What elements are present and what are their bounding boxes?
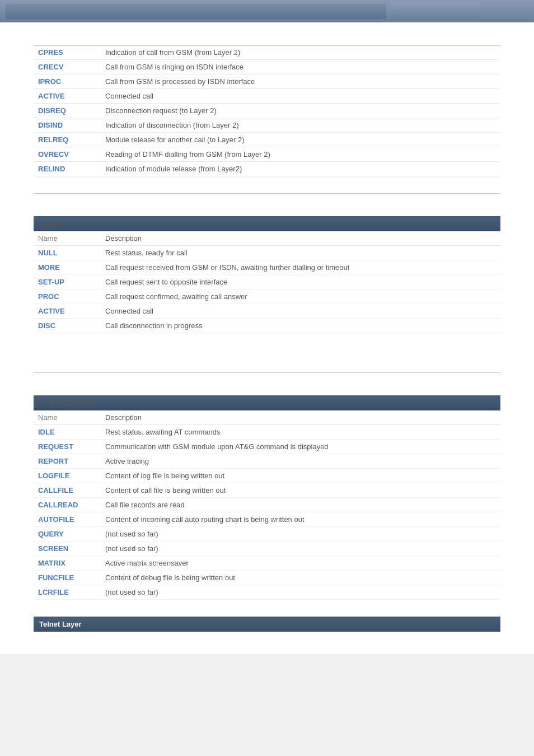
table-row: REPORTActive tracing (34, 454, 500, 469)
row-name: MATRIX (34, 556, 101, 571)
row-name: REPORT (34, 454, 101, 469)
table-row: RELREQModule release for another call (t… (34, 133, 500, 147)
row-description: Call from GSM is processed by ISDN inter… (101, 74, 500, 89)
table-row: RELINDIndication of module release (from… (34, 162, 500, 176)
row-description: Rest status, awaiting AT commands (101, 425, 500, 440)
section-header: Layer 4 (34, 216, 500, 231)
table-row: ACTIVEConnected call (34, 89, 500, 104)
table-row: QUERY(not used so far) (34, 527, 500, 542)
row-description: (not used so far) (101, 585, 500, 600)
row-description: Content of log file is being written out (101, 469, 500, 483)
table-row: MORECall request received from GSM or IS… (34, 260, 500, 275)
column-header-row: NameDescription (34, 410, 500, 425)
row-name: RELREQ (34, 133, 101, 147)
row-name: ACTIVE (34, 89, 101, 104)
table-row: AUTOFILEContent of incoming call auto ro… (34, 512, 500, 527)
row-description: Content of incoming call auto routing ch… (101, 512, 500, 527)
row-description: Indication of call from GSM (from Layer … (101, 45, 500, 60)
table-row: CALLREADCall file records are read (34, 498, 500, 512)
row-name: MORE (34, 260, 101, 275)
row-description: Module release for another call (to Laye… (101, 133, 500, 147)
table-row: FUNCFILEContent of debug file is being w… (34, 571, 500, 585)
row-description: Disconnection request (to Layer 2) (101, 104, 500, 118)
table-row: DISCCall disconnection in progress (34, 319, 500, 333)
row-name: SCREEN (34, 542, 101, 556)
telnet-layer-header: Telnet Layer (34, 617, 500, 632)
table-row: CRECVCall from GSM is ringing on ISDN in… (34, 60, 500, 74)
col-description-header: Description (101, 231, 500, 246)
row-name: CALLFILE (34, 483, 101, 498)
row-description: (not used so far) (101, 542, 500, 556)
row-description: Connected call (101, 89, 500, 104)
row-description: (not used so far) (101, 527, 500, 542)
row-name: FUNCFILE (34, 571, 101, 585)
table-row: REQUESTCommunication with GSM module upo… (34, 440, 500, 454)
table-row: ACTIVEConnected call (34, 304, 500, 319)
row-description: Indication of disconnection (from Layer … (101, 118, 500, 133)
row-description: Communication with GSM module upon AT&G … (101, 440, 500, 454)
divider-2 (34, 372, 500, 373)
row-description: Call request received from GSM or ISDN, … (101, 260, 500, 275)
row-description: Call file records are read (101, 498, 500, 512)
row-description: Content of debug file is being written o… (101, 571, 500, 585)
top-bar-address (6, 3, 386, 19)
col-name-header: Name (34, 410, 101, 425)
row-description: Connected call (101, 304, 500, 319)
row-name: LCRFILE (34, 585, 101, 600)
row-description: Content of call file is being written ou… (101, 483, 500, 498)
row-name: IPROC (34, 74, 101, 89)
row-name: LOGFILE (34, 469, 101, 483)
top-bar-controls (391, 3, 480, 19)
row-name: CPRES (34, 45, 101, 60)
row-name: OVRECV (34, 147, 101, 162)
row-description: Active matrix screensaver (101, 556, 500, 571)
table-row: OVRECVReading of DTMF dialling from GSM … (34, 147, 500, 162)
row-description: Rest status, ready for call (101, 246, 500, 260)
table-row: CPRESIndication of call from GSM (from L… (34, 45, 500, 60)
row-name: REQUEST (34, 440, 101, 454)
table-row: CALLFILEContent of call file is being wr… (34, 483, 500, 498)
section-header-label: Layer 4 (34, 216, 500, 231)
row-name: QUERY (34, 527, 101, 542)
row-description: Reading of DTMF dialling from GSM (from … (101, 147, 500, 162)
command-shell-table: Command ShellNameDescriptionIDLERest sta… (34, 395, 500, 600)
col-name-header: Name (34, 231, 101, 246)
row-name: NULL (34, 246, 101, 260)
row-description: Call request confirmed, awaiting call an… (101, 290, 500, 304)
top-bar (0, 0, 534, 22)
row-name: RELIND (34, 162, 101, 176)
row-name: IDLE (34, 425, 101, 440)
section1-table: CPRESIndication of call from GSM (from L… (34, 45, 500, 176)
table-row: MATRIXActive matrix screensaver (34, 556, 500, 571)
row-description: Call from GSM is ringing on ISDN interfa… (101, 60, 500, 74)
row-name: SET-UP (34, 275, 101, 290)
divider-1 (34, 193, 500, 194)
table-row: SCREEN(not used so far) (34, 542, 500, 556)
table-row: SET-UPCall request sent to opposite inte… (34, 275, 500, 290)
row-name: CRECV (34, 60, 101, 74)
table-row: NULLRest status, ready for call (34, 246, 500, 260)
table-row: LOGFILEContent of log file is being writ… (34, 469, 500, 483)
row-description: Call request sent to opposite interface (101, 275, 500, 290)
row-description: Indication of module release (from Layer… (101, 162, 500, 176)
row-description: Active tracing (101, 454, 500, 469)
table-row: PROCCall request confirmed, awaiting cal… (34, 290, 500, 304)
layer4-table: Layer 4NameDescriptionNULLRest status, r… (34, 216, 500, 333)
row-name: AUTOFILE (34, 512, 101, 527)
row-name: DISREQ (34, 104, 101, 118)
row-name: PROC (34, 290, 101, 304)
row-name: ACTIVE (34, 304, 101, 319)
row-description: Call disconnection in progress (101, 319, 500, 333)
col-description-header: Description (101, 410, 500, 425)
section-header-label: Command Shell (34, 395, 500, 410)
table-row: IDLERest status, awaiting AT commands (34, 425, 500, 440)
table-row: LCRFILE(not used so far) (34, 585, 500, 600)
row-name: DISC (34, 319, 101, 333)
column-header-row: NameDescription (34, 231, 500, 246)
row-name: CALLREAD (34, 498, 101, 512)
section-header: Command Shell (34, 395, 500, 410)
table-row: DISREQDisconnection request (to Layer 2) (34, 104, 500, 118)
table-row: IPROCCall from GSM is processed by ISDN … (34, 74, 500, 89)
table-row: DISINDIndication of disconnection (from … (34, 118, 500, 133)
row-name: DISIND (34, 118, 101, 133)
